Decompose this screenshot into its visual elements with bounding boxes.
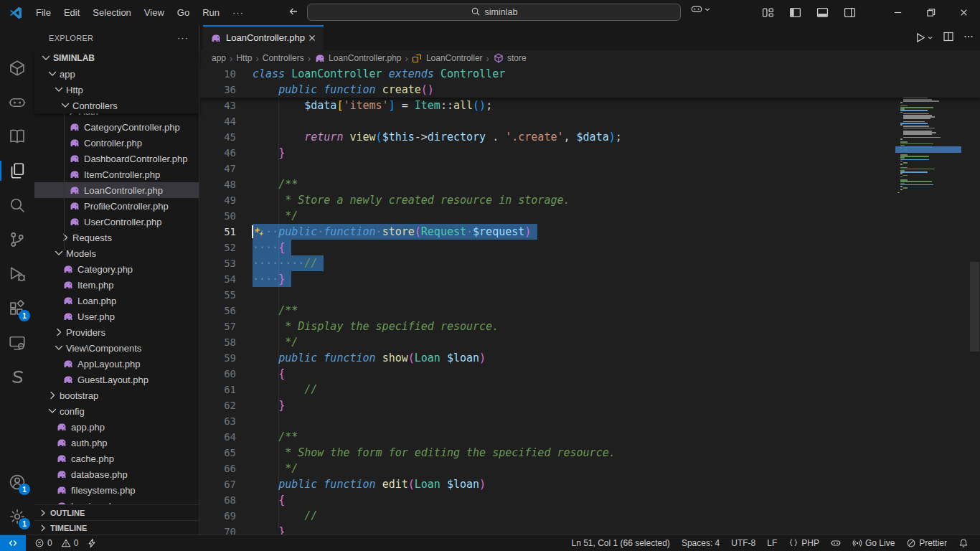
run-php-button[interactable] — [914, 32, 934, 44]
minimap[interactable] — [895, 66, 961, 367]
status-encoding[interactable]: UTF-8 — [727, 538, 760, 548]
tree-item-categorycontroller-php[interactable]: CategoryController.php — [34, 119, 199, 135]
more-actions-icon[interactable] — [963, 31, 974, 45]
line-number: 65 — [200, 445, 236, 461]
status-cursor-position[interactable]: Ln 51, Col 1 (66 selected) — [567, 538, 674, 548]
tree-item-label: View\Components — [66, 343, 141, 354]
activity-account-icon[interactable]: 1 — [0, 465, 34, 499]
activity-s-brand-icon[interactable] — [0, 360, 34, 395]
status-errors[interactable]: 0 — [30, 538, 57, 548]
tree-item-logging-php[interactable]: logging.php — [34, 498, 199, 504]
breadcrumb-item[interactable]: Controllers — [263, 53, 304, 63]
tree-item-app[interactable]: app — [34, 66, 199, 82]
tree-item-http[interactable]: Http — [34, 82, 199, 98]
activity-debug-icon[interactable] — [0, 257, 34, 291]
menu-view[interactable]: View — [138, 4, 171, 22]
minimap-line — [903, 100, 939, 102]
minimize-icon[interactable] — [881, 0, 914, 25]
status-label: LF — [767, 538, 777, 548]
breadcrumb-item[interactable]: Http — [236, 53, 252, 63]
tree-item-siminlab[interactable]: SIMINLAB — [34, 50, 199, 66]
activity-book-icon[interactable] — [0, 119, 34, 154]
tree-item-loan-php[interactable]: Loan.php — [34, 293, 199, 309]
tree-item-models[interactable]: Models — [34, 245, 199, 261]
tree-item-applayout-php[interactable]: AppLayout.php — [34, 356, 199, 372]
tree-item-guestlayout-php[interactable]: GuestLayout.php — [34, 372, 199, 387]
status-copilot-status[interactable] — [826, 538, 845, 548]
code-editor[interactable]: 43 $data['items'] = Item::all();4445 ret… — [200, 66, 980, 534]
tree-item-controllers[interactable]: Controllers — [34, 98, 199, 113]
status-lightning[interactable] — [83, 538, 101, 548]
toggle-panel-icon[interactable] — [812, 3, 832, 23]
copilot-menu[interactable] — [690, 3, 712, 18]
breadcrumb-item[interactable]: LoanController — [426, 53, 483, 63]
activity-source-control-icon[interactable] — [0, 222, 34, 257]
tree-item-bootstrap[interactable]: bootstrap — [34, 387, 199, 403]
vertical-scrollbar[interactable] — [970, 262, 979, 352]
activity-extensions-icon[interactable]: 1 — [0, 291, 34, 326]
menu-edit[interactable]: Edit — [57, 4, 86, 22]
tree-item-dashboardcontroller-php[interactable]: DashboardController.php — [34, 151, 199, 166]
tree-item-user-php[interactable]: User.php — [34, 309, 199, 324]
minimap-line — [900, 143, 933, 145]
explorer-more-icon[interactable]: ··· — [177, 32, 189, 43]
status-go-live[interactable]: Go Live — [848, 538, 899, 548]
tree-item-database-php[interactable]: database.php — [34, 466, 199, 482]
titlebar-right — [758, 0, 980, 25]
toggle-sidebar-icon[interactable] — [785, 3, 805, 23]
menu-go[interactable]: Go — [171, 4, 196, 22]
code-text: { — [253, 492, 285, 508]
tree-item-app-php[interactable]: app.php — [34, 419, 199, 435]
breadcrumb-item[interactable]: store — [507, 53, 527, 63]
tab-close-icon[interactable] — [306, 32, 318, 44]
status-prettier[interactable]: Prettier — [902, 538, 951, 548]
tree-item-profilecontroller-php[interactable]: ProfileController.php — [34, 198, 199, 214]
status-language-mode[interactable]: PHP — [784, 538, 824, 548]
activity-copilot-icon[interactable] — [0, 85, 34, 120]
menu-[interactable]: ··· — [226, 4, 250, 22]
tree-item-providers[interactable]: Providers — [34, 324, 199, 340]
tree-item-config[interactable]: config — [34, 403, 199, 419]
tree-item-requests[interactable]: Requests — [34, 230, 199, 245]
breadcrumb-item[interactable]: app — [212, 53, 226, 63]
toggle-secondary-sidebar-icon[interactable] — [839, 3, 859, 23]
tree-item-auth[interactable]: Auth — [34, 113, 199, 119]
status-eol[interactable]: LF — [763, 538, 781, 548]
menu-selection[interactable]: Selection — [86, 4, 137, 22]
outline-section[interactable]: OUTLINE — [34, 504, 199, 520]
split-editor-icon[interactable] — [943, 31, 954, 45]
restore-icon[interactable] — [914, 0, 947, 25]
tree-item-item-php[interactable]: Item.php — [34, 277, 199, 293]
remote-indicator[interactable] — [0, 535, 26, 551]
tree-item-filesystems-php[interactable]: filesystems.php — [34, 482, 199, 498]
minimap-line — [900, 110, 928, 111]
activity-container-icon[interactable] — [0, 51, 34, 85]
tree-item-itemcontroller-php[interactable]: ItemController.php — [34, 166, 199, 182]
status-indentation[interactable]: Spaces: 4 — [677, 538, 724, 548]
menu-file[interactable]: File — [29, 4, 57, 22]
tree-item-loancontroller-php[interactable]: LoanController.php — [34, 182, 199, 198]
code-text: } — [253, 397, 285, 413]
activity-explorer-icon[interactable] — [0, 154, 34, 188]
customize-layout-icon[interactable] — [758, 3, 778, 23]
tree-item-controller-php[interactable]: Controller.php — [34, 135, 199, 151]
code-line-65: 65 * Show the form for editing the speci… — [200, 445, 980, 461]
tree-item-usercontroller-php[interactable]: UserController.php — [34, 214, 199, 230]
tab-loancontroller[interactable]: LoanController.php — [203, 25, 324, 50]
tree-item-view-components[interactable]: View\Components — [34, 340, 199, 356]
activity-remote-explorer-icon[interactable] — [0, 326, 34, 360]
search-input[interactable]: siminlab — [307, 4, 681, 21]
tree-item-cache-php[interactable]: cache.php — [34, 451, 199, 466]
activity-settings-gear-icon[interactable]: 1 — [0, 499, 34, 534]
tree-item-auth-php[interactable]: auth.php — [34, 435, 199, 451]
status-notifications[interactable] — [954, 538, 973, 548]
back-arrow-icon[interactable] — [288, 6, 299, 19]
breadcrumb-item[interactable]: LoanController.php — [329, 53, 401, 63]
menu-run[interactable]: Run — [196, 4, 226, 22]
timeline-section[interactable]: TIMELINE — [34, 520, 199, 534]
status-warnings[interactable]: 0 — [57, 538, 83, 548]
tree-item-category-php[interactable]: Category.php — [34, 261, 199, 277]
activity-search-icon[interactable] — [0, 188, 34, 222]
close-icon[interactable] — [947, 0, 980, 25]
copilot-sparkle-icon[interactable] — [253, 226, 265, 237]
